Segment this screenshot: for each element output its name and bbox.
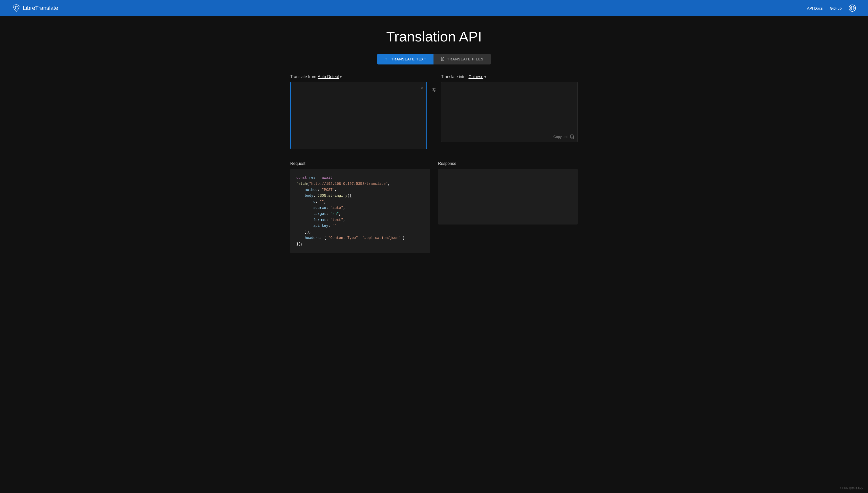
to-label: Translate into (441, 74, 465, 79)
page-title: Translation API (290, 28, 578, 45)
from-label: Translate from (290, 74, 316, 79)
to-lang-select[interactable]: Chinese ▾ (468, 74, 486, 79)
brand-label: LibreTranslate (23, 5, 58, 12)
files-icon (441, 57, 445, 61)
to-lang-chevron: ▾ (484, 75, 486, 79)
request-panel: Request const res = await fetch("http://… (290, 161, 430, 253)
brand: LibreTranslate (12, 4, 58, 12)
text-icon: T (384, 57, 389, 61)
language-selector-button[interactable] (849, 4, 856, 12)
navbar: LibreTranslate API Docs GitHub (0, 0, 868, 16)
translation-output (441, 82, 578, 132)
swap-column (427, 74, 441, 94)
copy-icon (570, 134, 574, 139)
svg-rect-10 (571, 135, 573, 138)
target-output-area: Copy text (441, 82, 578, 142)
response-code-block (438, 169, 578, 224)
globe-icon (850, 6, 854, 10)
translate-right: Translate into Chinese ▾ Copy text (441, 74, 578, 142)
source-textarea[interactable] (291, 82, 426, 143)
brand-icon (12, 4, 20, 12)
to-lang-header: Translate into Chinese ▾ (441, 74, 578, 79)
clear-input-button[interactable]: × (421, 85, 423, 90)
to-lang-name: Chinese (468, 74, 483, 79)
copy-label: Copy text (553, 135, 568, 139)
copy-text-button[interactable]: Copy text (553, 134, 574, 139)
svg-text:T: T (385, 57, 387, 61)
main-content: Translation API T TRANSLATE TEXT TRANSLA… (282, 16, 586, 274)
request-code-block: const res = await fetch("http://192.168.… (290, 169, 430, 253)
from-lang-select[interactable]: Auto Detect ▾ (318, 74, 342, 79)
from-lang-header: Translate from Auto Detect ▾ (290, 74, 427, 79)
watermark: CSDN @杨涌老苏 (841, 486, 863, 490)
from-lang-name: Auto Detect (318, 74, 339, 79)
response-panel: Response (438, 161, 578, 253)
translate-section: Translate from Auto Detect ▾ × (290, 74, 578, 149)
api-docs-link[interactable]: API Docs (807, 6, 823, 10)
translate-left: Translate from Auto Detect ▾ × (290, 74, 427, 149)
tabs-container: T TRANSLATE TEXT TRANSLATE FILES (290, 54, 578, 64)
tab-translate-files[interactable]: TRANSLATE FILES (433, 54, 491, 64)
swap-languages-button[interactable] (431, 87, 437, 94)
github-link[interactable]: GitHub (830, 6, 842, 10)
swap-icon (431, 87, 437, 93)
response-label: Response (438, 161, 578, 166)
text-cursor (291, 144, 291, 148)
tab-translate-text[interactable]: T TRANSLATE TEXT (377, 54, 433, 64)
source-input-area: × (290, 82, 427, 149)
api-section: Request const res = await fetch("http://… (290, 161, 578, 253)
from-lang-chevron: ▾ (340, 75, 342, 79)
request-label: Request (290, 161, 430, 166)
navbar-links: API Docs GitHub (807, 4, 856, 12)
